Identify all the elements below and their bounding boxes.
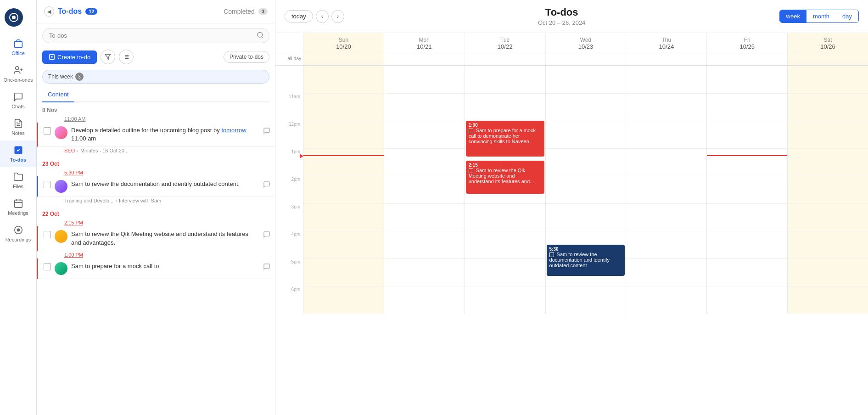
time-row-4[interactable]: 1:00 PM bbox=[37, 251, 275, 258]
all-day-sat bbox=[787, 54, 868, 65]
chat-icon-4[interactable] bbox=[263, 263, 270, 272]
next-button[interactable]: › bbox=[331, 10, 344, 23]
hour-line bbox=[465, 258, 545, 259]
todo-check-4[interactable] bbox=[44, 263, 51, 270]
collapse-button[interactable]: ◀ bbox=[44, 6, 54, 17]
search-input[interactable] bbox=[42, 28, 269, 43]
day-col-wed[interactable]: 5:30 Sam to review the documentation and… bbox=[545, 66, 626, 314]
view-btn-month[interactable]: month bbox=[806, 10, 836, 22]
todo-check-2[interactable] bbox=[44, 181, 51, 188]
todo-list: 8 Nov 11:00 AM Develop a detailed outlin… bbox=[37, 102, 275, 415]
chat-icon-2[interactable] bbox=[263, 181, 270, 190]
bc-2-sep: › bbox=[115, 198, 117, 203]
hour-line bbox=[788, 66, 868, 66]
time-4pm: 4pm bbox=[275, 231, 303, 258]
time-triangle bbox=[300, 154, 303, 158]
col-header-fri: Fri10/25 bbox=[706, 33, 787, 54]
day-col-mon[interactable] bbox=[384, 66, 465, 314]
bc-2-part1: Training and Develo... bbox=[64, 198, 113, 203]
brand-logo bbox=[5, 8, 23, 27]
hour-line bbox=[303, 148, 384, 149]
tomorrow-link[interactable]: tomorrow bbox=[221, 127, 246, 134]
hour-line bbox=[707, 176, 787, 176]
calendar-title: To-dos bbox=[344, 6, 779, 18]
all-day-row: all-day bbox=[275, 54, 868, 66]
sidebar-item-one-on-ones-label: One-on-ones bbox=[3, 77, 33, 83]
sidebar-item-notes[interactable]: Notes bbox=[0, 114, 36, 140]
hour-line bbox=[707, 231, 787, 231]
tab-content[interactable]: Content bbox=[42, 87, 74, 102]
sidebar-item-one-on-ones[interactable]: One-on-ones bbox=[0, 61, 36, 87]
day-col-sun[interactable] bbox=[303, 66, 384, 314]
time-row-1[interactable]: 11:00 AM bbox=[37, 115, 275, 123]
calendar-body: 11am 12pm 1pm 2pm 3pm 4pm 5pm 6pm bbox=[275, 66, 868, 415]
sidebar-item-meetings-label: Meetings bbox=[8, 210, 28, 216]
current-time-line-fri bbox=[707, 155, 787, 156]
hour-line bbox=[384, 93, 465, 94]
today-button[interactable]: today bbox=[285, 10, 313, 22]
sidebar-item-meetings[interactable]: Meetings bbox=[0, 194, 36, 220]
sort-button[interactable] bbox=[119, 50, 134, 64]
sidebar-item-chats[interactable]: Chats bbox=[0, 87, 36, 114]
event-1pm-tue[interactable]: 1:00 Sam to prepare for a mock call to d… bbox=[466, 121, 544, 157]
avatar-2 bbox=[55, 180, 67, 193]
hour-line bbox=[546, 203, 626, 204]
event-check: Sam to review the Qik Meeting website an… bbox=[469, 168, 542, 184]
day-col-sat[interactable] bbox=[787, 66, 868, 314]
sidebar-item-office[interactable]: Office bbox=[0, 34, 36, 61]
hour-line bbox=[465, 231, 545, 231]
chat-icon-1[interactable] bbox=[263, 127, 270, 136]
col-header-thu: Thu10/24 bbox=[626, 33, 706, 54]
hour-line bbox=[626, 93, 706, 94]
event-check: Sam to prepare for a mock call to demons… bbox=[469, 128, 542, 144]
hour-line bbox=[384, 148, 465, 149]
event-215pm-tue[interactable]: 2:15 Sam to review the Qik Meeting websi… bbox=[466, 161, 544, 194]
toolbar-row: Create to-do Private to-dos bbox=[37, 48, 275, 68]
hour-line bbox=[788, 231, 868, 231]
hour-line bbox=[626, 203, 706, 204]
tab-row: Content bbox=[42, 87, 269, 102]
event-checkbox-icon bbox=[469, 129, 473, 133]
prev-button[interactable]: ‹ bbox=[316, 10, 329, 23]
filter-button[interactable] bbox=[101, 50, 115, 64]
hour-line bbox=[788, 176, 868, 176]
this-week-label: This week bbox=[48, 73, 73, 80]
event-530pm-wed[interactable]: 5:30 Sam to review the documentation and… bbox=[547, 245, 625, 276]
avatar-1 bbox=[55, 126, 67, 139]
all-day-label: all-day bbox=[275, 54, 303, 65]
svg-rect-2 bbox=[14, 41, 22, 47]
sidebar-item-todos-label: To-dos bbox=[10, 157, 27, 163]
hour-line bbox=[303, 66, 384, 66]
hour-line bbox=[546, 176, 626, 176]
create-todo-button[interactable]: Create to-do bbox=[42, 50, 97, 64]
icon-sidebar: Office One-on-ones Chats Notes To-dos Fi… bbox=[0, 0, 37, 415]
todo-check-3[interactable] bbox=[44, 231, 51, 238]
sidebar-item-recordings[interactable]: Recordings bbox=[0, 220, 36, 247]
day-col-tue[interactable]: 1:00 Sam to prepare for a mock call to d… bbox=[465, 66, 545, 314]
sidebar-item-todos[interactable]: To-dos bbox=[0, 140, 36, 167]
time-row-3[interactable]: 2:15 PM bbox=[37, 219, 275, 226]
hour-line bbox=[707, 148, 787, 149]
day-col-fri[interactable] bbox=[706, 66, 787, 314]
hour-line bbox=[384, 121, 465, 121]
time-1pm: 1pm bbox=[275, 148, 303, 176]
sidebar-item-files[interactable]: Files bbox=[0, 167, 36, 194]
todo-check-1[interactable] bbox=[44, 127, 51, 135]
event-checkbox-icon bbox=[469, 168, 473, 173]
sidebar-item-office-label: Office bbox=[11, 50, 25, 56]
private-todos-button[interactable]: Private to-dos bbox=[224, 51, 269, 63]
bc-1-sep: › bbox=[77, 148, 78, 153]
completed-label: Completed bbox=[224, 8, 255, 15]
panel-title: To-dos bbox=[58, 7, 82, 16]
hour-line bbox=[384, 203, 465, 204]
view-btn-week[interactable]: week bbox=[780, 10, 806, 22]
view-btn-day[interactable]: day bbox=[836, 10, 858, 22]
this-week-chip[interactable]: This week 3 bbox=[42, 70, 269, 84]
time-row-2[interactable]: 5:30 PM bbox=[37, 169, 275, 176]
breadcrumb-1: SEO › Minutes - 16 Oct 20... bbox=[37, 147, 275, 156]
hour-line bbox=[707, 93, 787, 94]
chat-icon-3[interactable] bbox=[263, 231, 270, 240]
hour-line bbox=[788, 121, 868, 121]
day-col-thu[interactable] bbox=[626, 66, 706, 314]
hour-line bbox=[303, 231, 384, 231]
